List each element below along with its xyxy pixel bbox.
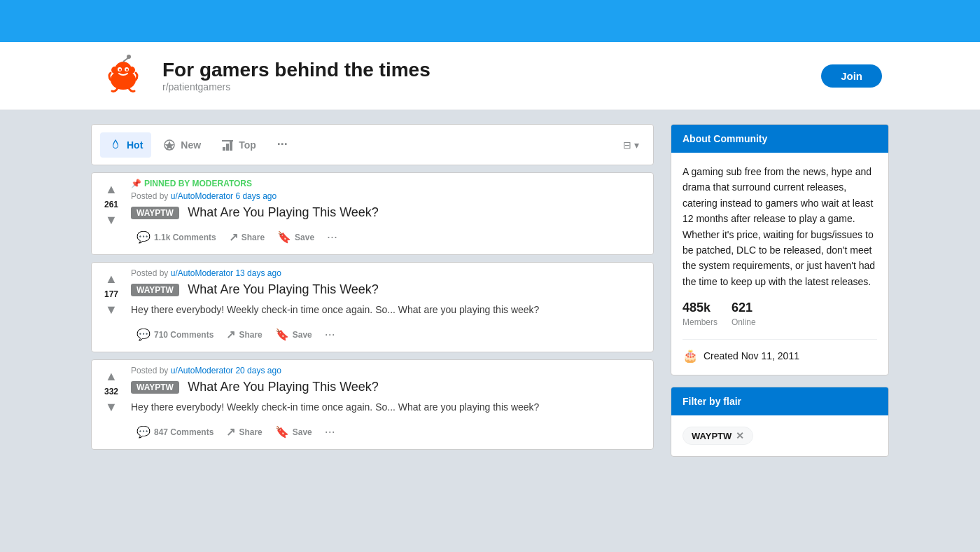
vote-column: 177 <box>97 268 125 346</box>
post-more-button[interactable]: ··· <box>319 323 341 346</box>
members-stat: 485k Members <box>682 301 718 328</box>
subreddit-name: r/patientgamers <box>162 81 807 92</box>
top-icon <box>220 138 234 152</box>
post-more-button[interactable]: ··· <box>321 226 343 249</box>
post-author[interactable]: u/AutoModerator <box>171 366 233 375</box>
subreddit-info: For gamers behind the times r/patientgam… <box>162 59 807 92</box>
cake-icon: 🎂 <box>682 348 698 364</box>
post-flair[interactable]: WAYPTW <box>131 207 179 219</box>
sort-hot-button[interactable]: Hot <box>100 132 151 158</box>
post-card: 332 Posted by u/AutoModerator 20 days ag… <box>91 359 654 450</box>
post-author[interactable]: u/AutoModerator <box>171 268 233 278</box>
save-button[interactable]: 🔖 Save <box>270 421 318 443</box>
save-icon: 🔖 <box>275 328 289 341</box>
downvote-icon <box>105 303 118 317</box>
upvote-icon <box>105 369 118 383</box>
save-button[interactable]: 🔖 Save <box>272 226 320 248</box>
share-button[interactable]: ↗ Share <box>220 324 267 345</box>
svg-rect-15 <box>230 142 232 151</box>
svg-rect-16 <box>222 140 233 142</box>
sort-top-button[interactable]: Top <box>212 132 265 158</box>
subreddit-logo <box>98 50 148 101</box>
main-container: Hot New Top ··· ⊟ <box>91 110 889 482</box>
share-icon: ↗ <box>226 328 235 341</box>
view-toggle-button[interactable]: ⊟ ▾ <box>617 135 645 155</box>
save-icon: 🔖 <box>275 425 289 439</box>
posts-column: Hot New Top ··· ⊟ <box>91 124 654 468</box>
community-description: A gaming sub free from the news, hype an… <box>682 164 877 289</box>
downvote-icon <box>105 400 118 414</box>
about-community-body: A gaming sub free from the news, hype an… <box>671 153 888 375</box>
online-label: Online <box>732 317 756 327</box>
comments-icon: 💬 <box>136 328 150 341</box>
post-more-button[interactable]: ··· <box>319 420 341 443</box>
sort-new-button[interactable]: New <box>154 132 209 158</box>
post-actions: 💬 710 Comments ↗ Share 🔖 Save ··· <box>131 323 648 346</box>
post-meta: Posted by u/AutoModerator 6 days ago <box>131 191 648 201</box>
upvote-button[interactable] <box>102 367 120 385</box>
sort-bar: Hot New Top ··· ⊟ <box>91 124 654 165</box>
comments-button[interactable]: 💬 847 Comments <box>131 421 219 443</box>
active-flair-tag[interactable]: WAYPTW ✕ <box>682 427 753 445</box>
post-content: Posted by u/AutoModerator 20 days ago WA… <box>131 366 648 443</box>
sort-more-button[interactable]: ··· <box>270 132 295 158</box>
post-preview: Hey there everybody! Weekly check-in tim… <box>131 400 648 415</box>
share-button[interactable]: ↗ Share <box>220 421 267 443</box>
subreddit-header: For gamers behind the times r/patientgam… <box>0 42 980 110</box>
new-icon <box>162 138 176 152</box>
svg-point-3 <box>111 67 118 74</box>
post-title-row: WAYPTW What Are You Playing This Week? <box>131 205 648 220</box>
about-community-header: About Community <box>671 125 888 153</box>
flair-filter-body: WAYPTW ✕ <box>671 415 888 456</box>
post-flair[interactable]: WAYPTW <box>131 381 179 394</box>
post-actions: 💬 1.1k Comments ↗ Share 🔖 Save ··· <box>131 226 648 249</box>
post-title[interactable]: What Are You Playing This Week? <box>188 205 379 219</box>
flair-filter-widget: Filter by flair WAYPTW ✕ <box>671 387 889 457</box>
save-icon: 🔖 <box>277 230 291 244</box>
downvote-button[interactable] <box>102 301 120 319</box>
svg-point-10 <box>127 55 131 59</box>
post-title[interactable]: What Are You Playing This Week? <box>188 380 379 394</box>
online-stat: 621 Online <box>732 301 756 328</box>
upvote-icon <box>105 272 118 286</box>
post-meta: Posted by u/AutoModerator 13 days ago <box>131 268 648 278</box>
pinned-label: 📌 PINNED BY MODERATORS <box>131 179 648 188</box>
created-date: Created Nov 11, 2011 <box>704 350 799 361</box>
post-card: 177 Posted by u/AutoModerator 13 days ag… <box>91 262 654 352</box>
upvote-icon <box>105 182 118 196</box>
upvote-button[interactable] <box>102 270 120 288</box>
upvote-button[interactable] <box>102 180 120 198</box>
downvote-button[interactable] <box>102 211 120 229</box>
downvote-icon <box>105 213 118 227</box>
downvote-button[interactable] <box>102 398 120 416</box>
community-stats: 485k Members 621 Online <box>682 301 877 328</box>
flair-filter-header: Filter by flair <box>671 387 888 415</box>
share-button[interactable]: ↗ Share <box>223 226 270 248</box>
post-title-row: WAYPTW What Are You Playing This Week? <box>131 282 648 297</box>
vote-count: 261 <box>104 200 118 209</box>
svg-point-4 <box>128 67 135 74</box>
vote-count: 177 <box>104 289 118 299</box>
vote-column: 332 <box>97 366 125 443</box>
post-title[interactable]: What Are You Playing This Week? <box>188 282 379 296</box>
save-button[interactable]: 🔖 Save <box>270 324 318 345</box>
join-button[interactable]: Join <box>821 64 882 88</box>
members-count: 485k <box>682 301 718 315</box>
chevron-down-icon: ▾ <box>634 139 639 151</box>
hot-icon <box>108 138 122 152</box>
svg-point-7 <box>119 69 121 71</box>
community-created: 🎂 Created Nov 11, 2011 <box>682 339 877 364</box>
post-card: 261 📌 PINNED BY MODERATORS Posted by u/A… <box>91 172 654 255</box>
svg-rect-14 <box>226 144 229 151</box>
post-content: 📌 PINNED BY MODERATORS Posted by u/AutoM… <box>131 179 648 249</box>
post-time: 20 days ago <box>235 366 281 375</box>
flair-remove-button[interactable]: ✕ <box>736 430 744 441</box>
reddit-logo-icon <box>102 55 144 97</box>
sidebar: About Community A gaming sub free from t… <box>671 124 889 468</box>
comments-button[interactable]: 💬 710 Comments <box>131 324 219 345</box>
vote-count: 332 <box>104 387 118 396</box>
post-flair[interactable]: WAYPTW <box>131 284 179 296</box>
comments-button[interactable]: 💬 1.1k Comments <box>131 226 222 248</box>
post-author[interactable]: u/AutoModerator <box>171 191 233 201</box>
about-community-widget: About Community A gaming sub free from t… <box>671 124 889 375</box>
